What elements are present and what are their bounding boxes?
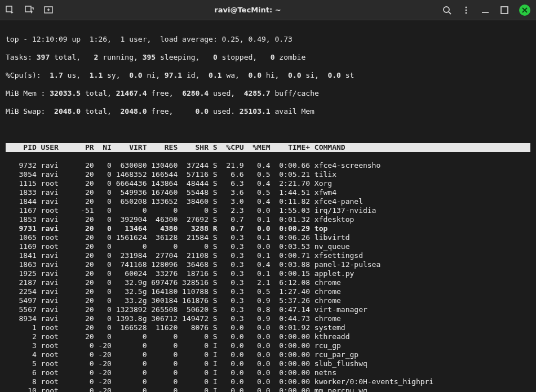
table-row: 1853 ravi 20 0 392904 46300 27692 S 0.7 … bbox=[6, 215, 530, 224]
table-row: 5 root 0 -20 0 0 0 I 0.0 0.0 0:00.00 slu… bbox=[6, 359, 530, 368]
summary-line-2: Tasks: 397 total, 2 running, 395 sleepin… bbox=[6, 53, 530, 62]
table-row: 8934 ravi 20 0 1393.8g 306712 149472 S 0… bbox=[6, 314, 530, 323]
maximize-icon[interactable] bbox=[500, 6, 509, 15]
summary-line-1: top - 12:10:09 up 1:26, 1 user, load ave… bbox=[6, 35, 530, 44]
table-row: 4 root 0 -20 0 0 0 I 0.0 0.0 0:00.00 rcu… bbox=[6, 350, 530, 359]
table-row: 1844 ravi 20 0 650208 133652 38460 S 3.0… bbox=[6, 197, 530, 206]
summary-line-3: %Cpu(s): 1.7 us, 1.1 sy, 0.0 ni, 97.1 id… bbox=[6, 71, 530, 80]
new-terminal-right-icon[interactable] bbox=[25, 6, 34, 15]
table-row: 6 root 0 -20 0 0 0 I 0.0 0.0 0:00.00 net… bbox=[6, 368, 530, 377]
window-title: ravi@TecMint: ~ bbox=[53, 6, 442, 14]
summary-line-4: MiB Mem : 32033.5 total, 21467.4 free, 6… bbox=[6, 89, 530, 98]
table-row: 1833 ravi 20 0 549936 167460 55448 S 3.6… bbox=[6, 188, 530, 197]
table-row: 3 root 0 -20 0 0 0 I 0.0 0.0 0:00.00 rcu… bbox=[6, 341, 530, 350]
table-row: 1065 root 20 0 1561624 36128 21584 S 0.3… bbox=[6, 233, 530, 242]
new-terminal-down-icon[interactable] bbox=[6, 6, 15, 15]
table-row: 2254 ravi 20 0 32.5g 164180 110788 S 0.3… bbox=[6, 287, 530, 296]
svg-rect-1 bbox=[25, 6, 31, 12]
svg-point-3 bbox=[444, 7, 449, 12]
table-row: 1169 root 20 0 0 0 0 S 0.3 0.0 0:03.53 n… bbox=[6, 242, 530, 251]
process-list: 9732 ravi 20 0 630080 130460 37244 S 21.… bbox=[6, 161, 530, 392]
table-row: 9731 ravi 20 0 13464 4380 3288 R 0.7 0.0… bbox=[6, 224, 530, 233]
close-icon[interactable] bbox=[519, 5, 530, 16]
terminal[interactable]: top - 12:10:09 up 1:26, 1 user, load ave… bbox=[0, 20, 536, 392]
search-icon[interactable] bbox=[442, 6, 451, 15]
svg-rect-7 bbox=[501, 7, 508, 14]
table-row: 8 root 0 -20 0 0 0 I 0.0 0.0 0:00.00 kwo… bbox=[6, 377, 530, 386]
table-row: 1115 root 20 0 6664436 143864 48444 S 6.… bbox=[6, 179, 530, 188]
blank-line bbox=[6, 125, 530, 134]
table-row: 9732 ravi 20 0 630080 130460 37244 S 21.… bbox=[6, 161, 530, 170]
table-row: 1863 ravi 20 0 741168 128096 36468 S 0.3… bbox=[6, 260, 530, 269]
table-row: 1 root 20 0 166528 11620 8076 S 0.0 0.0 … bbox=[6, 323, 530, 332]
table-row: 2 root 20 0 0 0 0 S 0.0 0.0 0:00.00 kthr… bbox=[6, 332, 530, 341]
menu-icon[interactable] bbox=[462, 6, 471, 15]
table-row: 10 root 0 -20 0 0 0 I 0.0 0.0 0:00.00 mm… bbox=[6, 386, 530, 392]
table-row: 5567 ravi 20 0 1323892 265508 50620 S 0.… bbox=[6, 305, 530, 314]
summary-line-5: MiB Swap: 2048.0 total, 2048.0 free, 0.0… bbox=[6, 107, 530, 116]
add-tab-icon[interactable] bbox=[44, 6, 53, 15]
svg-point-4 bbox=[466, 6, 467, 8]
svg-point-6 bbox=[466, 12, 467, 14]
process-header: PID USER PR NI VIRT RES SHR S %CPU %MEM … bbox=[6, 143, 530, 152]
table-row: 3054 ravi 20 0 1468352 166544 57116 S 6.… bbox=[6, 170, 530, 179]
minimize-icon[interactable] bbox=[481, 6, 490, 15]
table-row: 1925 ravi 20 0 60024 33276 18716 S 0.3 0… bbox=[6, 269, 530, 278]
table-row: 1167 root -51 0 0 0 0 S 2.3 0.0 1:55.03 … bbox=[6, 206, 530, 215]
table-row: 2187 ravi 20 0 32.9g 697476 328516 S 0.3… bbox=[6, 278, 530, 287]
svg-point-5 bbox=[466, 9, 467, 11]
table-row: 1841 ravi 20 0 231984 27704 21108 S 0.3 … bbox=[6, 251, 530, 260]
table-row: 5497 ravi 20 0 33.2g 300184 161876 S 0.3… bbox=[6, 296, 530, 305]
svg-rect-0 bbox=[6, 6, 12, 12]
titlebar: ravi@TecMint: ~ bbox=[0, 0, 536, 20]
